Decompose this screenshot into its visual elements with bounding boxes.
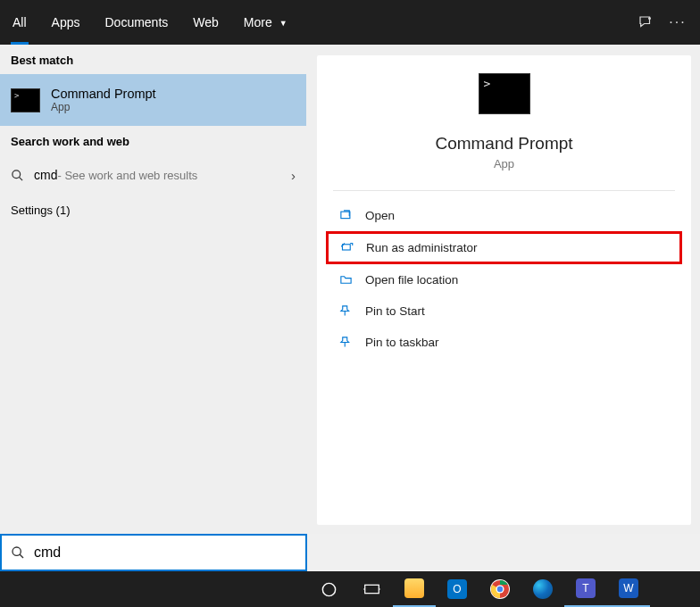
action-run-as-administrator[interactable]: Run as administrator [326,231,682,264]
best-match-title: Command Prompt [51,87,156,101]
svg-rect-3 [340,212,349,219]
taskbar-edge[interactable] [521,571,564,607]
action-open[interactable]: Open [326,200,682,231]
tab-documents[interactable]: Documents [92,0,180,45]
results-list: Best match Command Prompt App Search wor… [0,45,306,534]
teams-icon: T [576,578,596,598]
taskbar-teams[interactable]: T [564,571,607,607]
tab-web[interactable]: Web [180,0,231,45]
taskbar: O T W [0,571,700,607]
taskbar-word[interactable]: W [607,571,650,607]
search-box[interactable] [0,534,307,571]
action-pin-to-start[interactable]: Pin to Start [326,295,682,327]
action-pin-to-taskbar[interactable]: Pin to taskbar [326,327,682,358]
chevron-right-icon: › [291,168,296,183]
tab-more-label: More [244,15,272,29]
taskbar-outlook[interactable]: O [436,571,479,607]
best-match-item[interactable]: Command Prompt App [0,74,306,126]
action-pin-taskbar-label: Pin to taskbar [365,336,439,349]
svg-line-8 [20,554,23,558]
search-work-web-label: Search work and web [0,126,306,155]
shield-icon [338,241,355,254]
action-run-admin-label: Run as administrator [366,241,478,254]
preview-app-type: App [317,157,691,170]
preview-pane: Command Prompt App Open Run as administr… [317,55,691,525]
taskview-button[interactable] [350,571,393,607]
command-prompt-icon [11,88,40,112]
svg-rect-10 [364,585,379,593]
search-web-item[interactable]: cmd - See work and web results › [0,155,306,195]
cortana-button[interactable] [307,571,350,607]
search-web-hint: - See work and web results [57,169,197,182]
command-prompt-icon-large [479,73,530,114]
search-icon [11,169,27,182]
action-pin-start-label: Pin to Start [365,304,425,318]
preview-app-title: Command Prompt [317,134,691,154]
search-tabs: All Apps Documents Web More ▼ ··· [0,0,700,45]
settings-section-label[interactable]: Settings (1) [0,195,306,226]
svg-point-15 [497,586,503,592]
edge-icon [533,579,553,599]
taskbar-file-explorer[interactable] [393,571,436,607]
chrome-icon [490,579,510,599]
tab-apps[interactable]: Apps [39,0,93,45]
svg-point-9 [322,583,335,595]
action-open-label: Open [365,209,395,222]
word-icon: W [619,578,638,598]
chevron-down-icon: ▼ [279,19,288,28]
svg-rect-4 [342,245,350,250]
svg-point-0 [648,17,651,20]
tab-all[interactable]: All [0,0,39,45]
feedback-icon[interactable] [638,14,664,30]
best-match-subtitle: App [51,101,156,113]
search-web-term: cmd [34,168,57,182]
search-icon [11,545,25,560]
svg-point-1 [12,170,21,178]
pin-icon [337,336,354,349]
svg-point-7 [12,547,21,555]
action-list: Open Run as administrator Open file loca… [317,191,691,367]
search-results-panel: Best match Command Prompt App Search wor… [0,45,700,534]
pin-icon [337,304,354,318]
action-open-file-location[interactable]: Open file location [326,264,682,295]
best-match-label: Best match [0,45,306,74]
svg-line-2 [19,177,22,180]
file-explorer-icon [404,578,424,598]
search-input[interactable] [34,545,296,561]
taskbar-chrome[interactable] [479,571,521,607]
open-icon [337,209,354,222]
folder-icon [337,273,354,287]
tab-more[interactable]: More ▼ [231,0,300,45]
action-open-file-loc-label: Open file location [365,273,458,287]
outlook-icon: O [447,579,467,599]
ellipsis-icon[interactable]: ··· [664,14,691,30]
